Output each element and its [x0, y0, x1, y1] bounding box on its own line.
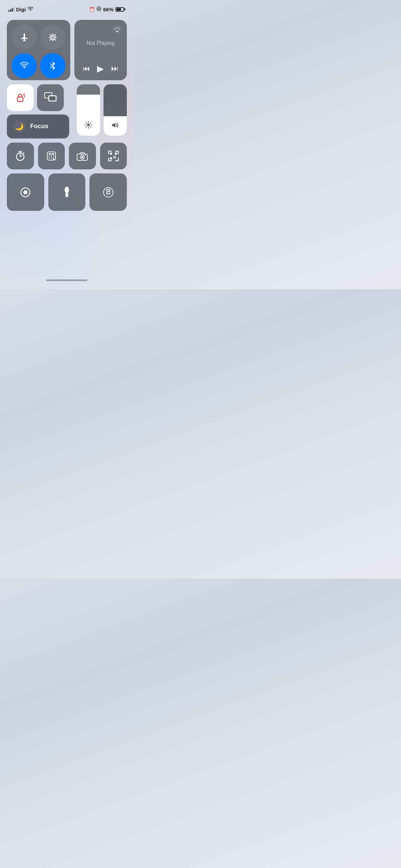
svg-point-44 — [85, 155, 86, 156]
svg-rect-12 — [17, 97, 23, 101]
svg-rect-49 — [113, 156, 114, 157]
svg-line-5 — [55, 34, 56, 35]
wifi-status-icon — [27, 7, 33, 12]
control-center-screen: Digi ⏰ 66% — [0, 0, 134, 289]
shazam-button[interactable] — [89, 173, 127, 211]
wifi-button[interactable] — [12, 53, 37, 78]
svg-line-24 — [86, 126, 87, 127]
lock-rotation-button[interactable] — [7, 84, 34, 111]
row-connectivity-media: Not Playing ⏮ ▶ ⏭ — [7, 20, 127, 80]
status-right: ⏰ 66% — [89, 7, 125, 12]
svg-rect-51 — [113, 157, 114, 158]
fast-forward-button[interactable]: ⏭ — [108, 63, 121, 74]
icon-grid-row1 — [7, 143, 127, 170]
svg-rect-54 — [65, 187, 69, 189]
moon-icon: 🌙 — [13, 120, 25, 133]
volume-icon — [111, 122, 119, 130]
svg-line-22 — [90, 126, 91, 127]
timer-button[interactable] — [7, 143, 34, 170]
svg-line-21 — [86, 122, 87, 123]
calculator-button[interactable] — [38, 143, 65, 170]
brightness-icon — [85, 121, 92, 130]
focus-label: Focus — [30, 123, 48, 130]
location-icon — [97, 7, 101, 12]
brightness-slider[interactable] — [77, 84, 100, 136]
alarm-icon: ⏰ — [89, 7, 95, 12]
svg-line-11 — [50, 34, 51, 35]
screen-record-button[interactable] — [7, 173, 44, 211]
icon-grid-row2 — [7, 173, 127, 211]
svg-rect-36 — [53, 155, 54, 156]
svg-rect-50 — [115, 156, 116, 157]
rewind-button[interactable]: ⏮ — [80, 63, 93, 74]
svg-rect-45 — [110, 153, 112, 155]
home-indicator[interactable] — [7, 277, 127, 282]
svg-point-43 — [81, 156, 83, 158]
screen-mirror-button[interactable] — [37, 84, 64, 111]
svg-point-16 — [87, 123, 90, 126]
focus-button[interactable]: 🌙 Focus — [7, 114, 69, 138]
camera-button[interactable] — [69, 143, 96, 170]
svg-rect-47 — [110, 157, 112, 159]
svg-rect-35 — [51, 155, 52, 156]
svg-point-1 — [98, 8, 99, 10]
svg-point-53 — [23, 190, 27, 194]
svg-rect-46 — [115, 153, 117, 155]
bluetooth-button[interactable] — [40, 53, 65, 78]
carrier-name: Digi — [16, 7, 26, 12]
svg-rect-39 — [53, 157, 54, 160]
svg-rect-34 — [49, 155, 50, 156]
svg-point-56 — [104, 188, 113, 197]
row-secondary: 🌙 Focus — [7, 84, 127, 138]
battery-percentage: 66% — [103, 7, 113, 12]
connectivity-tile[interactable] — [7, 20, 70, 80]
svg-rect-37 — [49, 157, 50, 158]
qr-scanner-button[interactable] — [100, 143, 127, 170]
volume-slider[interactable] — [104, 84, 127, 136]
svg-line-30 — [23, 153, 24, 153]
flashlight-button[interactable] — [48, 173, 86, 211]
battery-icon — [116, 7, 125, 12]
status-left: Digi — [8, 7, 33, 12]
svg-point-3 — [51, 36, 54, 38]
svg-rect-33 — [52, 153, 54, 155]
svg-line-23 — [90, 122, 91, 123]
home-bar[interactable] — [46, 279, 87, 281]
svg-rect-48 — [115, 157, 116, 158]
svg-line-7 — [55, 39, 56, 40]
airplane-mode-button[interactable] — [12, 25, 37, 50]
status-bar: Digi ⏰ 66% — [7, 0, 127, 16]
svg-rect-32 — [49, 153, 51, 155]
airplay-button[interactable] — [112, 25, 122, 34]
svg-rect-15 — [49, 96, 56, 101]
cellular-button[interactable] — [40, 25, 65, 50]
signal-bars — [8, 7, 14, 12]
svg-rect-38 — [51, 157, 52, 158]
svg-rect-55 — [65, 192, 68, 197]
svg-point-2 — [50, 35, 55, 40]
svg-line-9 — [50, 39, 51, 40]
play-button[interactable]: ▶ — [94, 62, 107, 75]
media-controls: ⏮ ▶ ⏭ — [79, 62, 122, 75]
control-center-grid: Not Playing ⏮ ▶ ⏭ — [7, 20, 127, 277]
media-tile[interactable]: Not Playing ⏮ ▶ ⏭ — [74, 20, 127, 80]
